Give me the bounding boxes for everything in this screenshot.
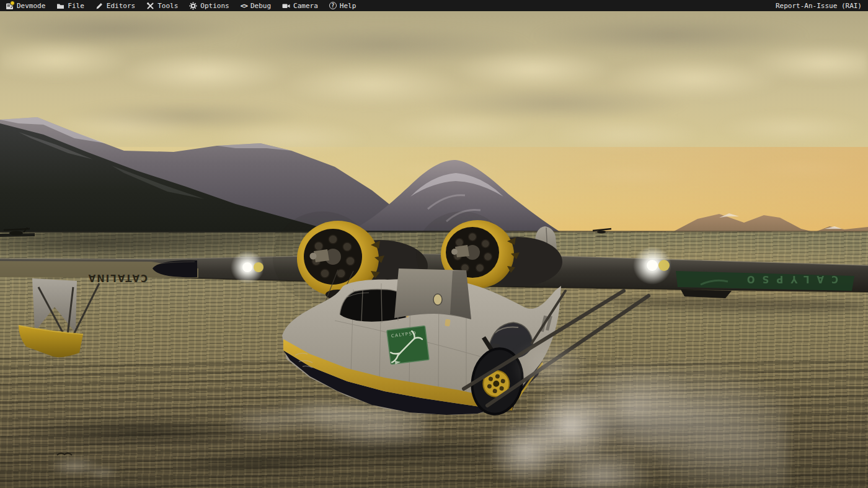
menu-editors-label: Editors	[107, 2, 135, 10]
small-foreground-splash	[37, 445, 136, 488]
menu-editors[interactable]: Editors	[90, 0, 141, 11]
menu-tools-label: Tools	[157, 2, 178, 10]
menu-options[interactable]: Options	[184, 0, 234, 11]
msfs-devmode-window: Devmode File Editors Tools Options	[0, 0, 868, 488]
wingtip-float-left	[19, 278, 99, 357]
code-icon: <>	[241, 2, 247, 10]
distant-aircraft	[593, 229, 611, 237]
folder-icon	[56, 2, 64, 10]
3d-viewport[interactable]: CATALINA CALYPSO	[0, 11, 868, 488]
calypso-flag-logo: CALYPSO	[387, 326, 429, 365]
menu-devmode[interactable]: Devmode	[0, 0, 51, 11]
landing-light-left	[231, 251, 264, 284]
wing-underside-text: CATALINA	[87, 272, 148, 283]
devmode-badge	[10, 1, 15, 6]
wing-banner-text: CALYPSO	[740, 273, 838, 285]
wing-pylon	[394, 268, 471, 319]
menu-file-label: File	[68, 2, 84, 10]
help-glyph: ?	[331, 3, 334, 9]
gear-icon	[189, 2, 197, 10]
pylon-porthole	[433, 294, 442, 305]
menu-camera-label: Camera	[293, 2, 318, 10]
menu-debug-label: Debug	[250, 2, 271, 10]
devmode-menu-bar: Devmode File Editors Tools Options	[0, 0, 868, 11]
menu-tools[interactable]: Tools	[141, 0, 184, 11]
devmode-icon	[6, 2, 14, 10]
flap-actuator-pod	[681, 290, 732, 298]
menu-file[interactable]: File	[51, 0, 90, 11]
report-an-issue-label: Report-An-Issue (RAI)	[776, 2, 862, 10]
camera-icon	[282, 2, 290, 10]
menu-help-label: Help	[340, 2, 356, 10]
menu-report-an-issue[interactable]: Report-An-Issue (RAI)	[770, 0, 868, 11]
menu-help[interactable]: ? Help	[324, 0, 362, 11]
menu-debug[interactable]: <> Debug	[235, 0, 277, 11]
menu-devmode-label: Devmode	[17, 2, 45, 10]
water-spray-plume	[477, 330, 787, 488]
help-icon: ?	[329, 2, 337, 9]
menu-camera[interactable]: Camera	[277, 0, 324, 11]
wrench-icon	[146, 2, 154, 10]
menu-options-label: Options	[200, 2, 229, 10]
distant-seaplane-dock	[0, 228, 35, 237]
pencil-icon	[95, 2, 104, 10]
landing-light-right	[633, 246, 671, 285]
